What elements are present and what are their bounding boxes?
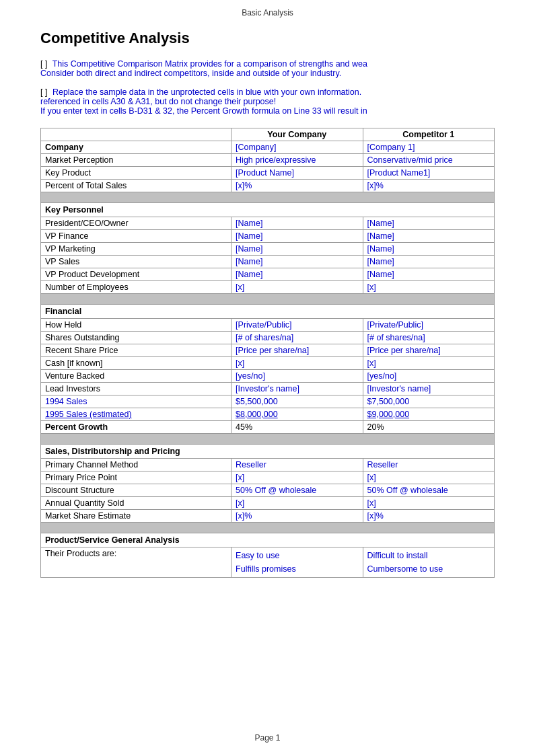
row-comp1: $9,000,000	[363, 408, 494, 421]
table-row: Market Share Estimate [x]% [x]%	[41, 510, 495, 523]
row-label: VP Finance	[41, 230, 231, 243]
table-row: Venture Backed [yes/no] [yes/no]	[41, 370, 495, 383]
page-header: Basic Analysis	[0, 0, 535, 23]
column-header-row: Your Company Competitor 1	[41, 128, 495, 141]
col-header-label	[41, 128, 231, 141]
row-comp1: Reseller	[363, 459, 494, 471]
info-block-1: [ ] This Competitive Comparison Matrix p…	[40, 59, 495, 78]
row-yours: [Name]	[231, 256, 363, 268]
row-label: Recent Share Price	[41, 344, 231, 357]
row-yours: 45%	[231, 421, 363, 434]
row-yours: 50% Off @ wholesale	[231, 484, 363, 497]
row-comp1: [Name]	[363, 268, 494, 281]
divider-cell	[41, 434, 495, 445]
row-yours: [x]	[231, 497, 363, 510]
header-title: Basic Analysis	[242, 8, 293, 17]
section-divider	[41, 294, 495, 305]
row-comp1: [x]%	[363, 510, 494, 523]
row-comp1: [Company 1]	[363, 141, 494, 154]
row-label: Annual Quantity Sold	[41, 497, 231, 510]
divider-cell	[41, 192, 495, 203]
table-row: Key Product [Product Name] [Product Name…	[41, 167, 495, 180]
main-content: Competitive Analysis [ ] This Competitiv…	[0, 23, 535, 605]
row-label: Number of Employees	[41, 281, 231, 294]
row-comp1: $7,500,000	[363, 395, 494, 408]
row-label: Market Perception	[41, 154, 231, 167]
row-yours: $8,000,000	[231, 408, 363, 421]
row-label: Company	[41, 141, 231, 154]
row-comp1: [Name]	[363, 217, 494, 230]
table-row: Recent Share Price [Price per share/na] …	[41, 344, 495, 357]
footer-text: Page 1	[254, 733, 280, 743]
row-yours: Reseller	[231, 459, 363, 471]
main-table: Your Company Competitor 1 Company [Compa…	[40, 128, 495, 578]
row-comp1: [Product Name1]	[363, 167, 494, 180]
row-yours: [Investor's name]	[231, 383, 363, 395]
row-label: Percent of Total Sales	[41, 180, 231, 192]
row-comp1: 20%	[363, 421, 494, 434]
row-label: Venture Backed	[41, 370, 231, 383]
row-comp1: [Name]	[363, 256, 494, 268]
row-yours: [x]	[231, 281, 363, 294]
bracket-2: [ ]	[40, 87, 47, 97]
row-yours: [Name]	[231, 243, 363, 256]
table-row: Company [Company] [Company 1]	[41, 141, 495, 154]
row-label: Primary Channel Method	[41, 459, 231, 471]
table-row: Primary Channel Method Reseller Reseller	[41, 459, 495, 471]
row-label: How Held	[41, 319, 231, 332]
row-label: Percent Growth	[41, 421, 231, 434]
table-row: VP Marketing [Name] [Name]	[41, 243, 495, 256]
row-comp1: [x]	[363, 281, 494, 294]
table-row: Market Perception High price/expressive …	[41, 154, 495, 167]
section-header-row: Sales, Distributorship and Pricing	[41, 445, 495, 459]
row-yours: High price/expressive	[231, 154, 363, 167]
row-comp1: [Investor's name]	[363, 383, 494, 395]
table-row: President/CEO/Owner [Name] [Name]	[41, 217, 495, 230]
row-yours: [Name]	[231, 217, 363, 230]
row-comp1: [x]%	[363, 180, 494, 192]
col-header-comp1: Competitor 1	[363, 128, 494, 141]
table-row: Number of Employees [x] [x]	[41, 281, 495, 294]
section-header-row: Key Personnel	[41, 203, 495, 217]
row-label: 1995 Sales (estimated)	[41, 408, 231, 421]
row-yours: [x]%	[231, 180, 363, 192]
row-comp1: Difficult to installCumbersome to use	[363, 547, 494, 578]
info-text-1: This Competitive Comparison Matrix provi…	[40, 59, 367, 78]
section-divider	[41, 434, 495, 445]
info-text-2: Replace the sample data in the unprotect…	[40, 87, 367, 116]
row-yours: [Name]	[231, 230, 363, 243]
row-label: Market Share Estimate	[41, 510, 231, 523]
bracket-1: [ ]	[40, 59, 47, 69]
row-yours: [x]%	[231, 510, 363, 523]
row-yours: [Price per share/na]	[231, 344, 363, 357]
page-title: Competitive Analysis	[40, 30, 495, 47]
row-yours: [yes/no]	[231, 370, 363, 383]
col-header-yours: Your Company	[231, 128, 363, 141]
row-label: VP Sales	[41, 256, 231, 268]
row-comp1: [Name]	[363, 230, 494, 243]
row-comp1: [yes/no]	[363, 370, 494, 383]
row-yours: $5,500,000	[231, 395, 363, 408]
table-row: VP Product Development [Name] [Name]	[41, 268, 495, 281]
table-row: 1995 Sales (estimated) $8,000,000 $9,000…	[41, 408, 495, 421]
table-row: Lead Investors [Investor's name] [Invest…	[41, 383, 495, 395]
table-row: Percent Growth 45% 20%	[41, 421, 495, 434]
row-comp1: [x]	[363, 497, 494, 510]
row-yours: [Name]	[231, 268, 363, 281]
row-label: Shares Outstanding	[41, 332, 231, 344]
table-container: Your Company Competitor 1 Company [Compa…	[40, 128, 495, 578]
table-row: Cash [if known] [x] [x]	[41, 357, 495, 370]
row-label: Key Product	[41, 167, 231, 180]
section-header-label: Financial	[41, 305, 495, 319]
table-row: Primary Price Point [x] [x]	[41, 471, 495, 484]
page-footer: Page 1	[0, 733, 535, 743]
table-row: 1994 Sales $5,500,000 $7,500,000	[41, 395, 495, 408]
row-label: VP Marketing	[41, 243, 231, 256]
section-header-row: Product/Service General Analysis	[41, 533, 495, 547]
section-divider	[41, 192, 495, 203]
row-comp1: 50% Off @ wholesale	[363, 484, 494, 497]
section-header-label: Sales, Distributorship and Pricing	[41, 445, 495, 459]
row-label: Their Products are:	[41, 547, 231, 578]
row-comp1: [x]	[363, 471, 494, 484]
row-yours: [Product Name]	[231, 167, 363, 180]
